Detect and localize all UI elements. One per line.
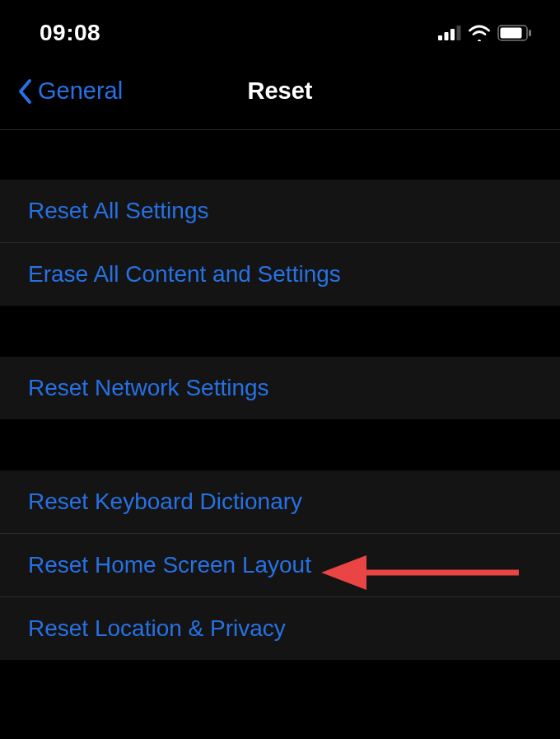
reset-all-settings-item[interactable]: Reset All Settings: [0, 180, 560, 243]
svg-rect-1: [445, 32, 449, 40]
nav-bar: General Reset: [0, 61, 560, 129]
menu-item-label: Reset Network Settings: [28, 375, 269, 400]
status-time: 09:08: [40, 20, 100, 46]
menu-section: Reset Keyboard Dictionary Reset Home Scr…: [0, 470, 560, 660]
reset-network-settings-item[interactable]: Reset Network Settings: [0, 357, 560, 419]
menu-item-label: Erase All Content and Settings: [28, 261, 341, 287]
battery-icon: [497, 25, 532, 41]
chevron-left-icon: [16, 78, 33, 105]
back-button[interactable]: General: [16, 77, 123, 105]
menu-item-label: Reset Keyboard Dictionary: [28, 489, 302, 514]
page-title: Reset: [248, 77, 313, 105]
erase-all-content-item[interactable]: Erase All Content and Settings: [0, 243, 560, 306]
section-gap: [0, 419, 560, 470]
wifi-icon: [468, 25, 491, 41]
menu-item-label: Reset Home Screen Layout: [28, 552, 311, 578]
reset-home-screen-layout-item[interactable]: Reset Home Screen Layout: [0, 534, 560, 597]
svg-rect-3: [457, 26, 461, 40]
status-bar: 09:08: [0, 0, 560, 61]
reset-keyboard-dictionary-item[interactable]: Reset Keyboard Dictionary: [0, 470, 560, 534]
reset-location-privacy-item[interactable]: Reset Location & Privacy: [0, 597, 560, 660]
menu-item-label: Reset All Settings: [28, 198, 208, 223]
svg-rect-0: [438, 35, 442, 40]
section-gap: [0, 130, 560, 180]
svg-rect-6: [529, 30, 531, 36]
svg-rect-2: [450, 29, 455, 40]
cellular-signal-icon: [438, 26, 461, 40]
status-icons: [438, 25, 532, 41]
svg-rect-5: [501, 28, 522, 39]
section-gap: [0, 306, 560, 357]
back-button-label: General: [38, 77, 123, 105]
menu-section: Reset Network Settings: [0, 357, 560, 419]
menu-item-label: Reset Location & Privacy: [28, 615, 286, 641]
menu-section: Reset All Settings Erase All Content and…: [0, 180, 560, 306]
